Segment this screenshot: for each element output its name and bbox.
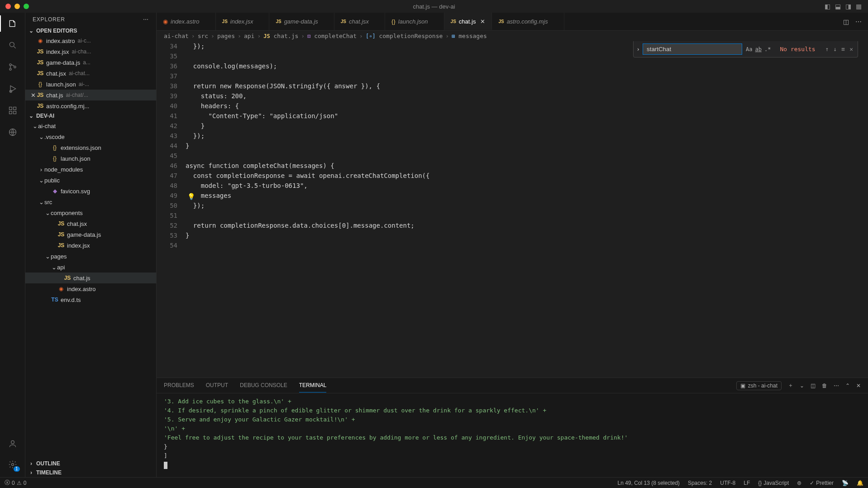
open-editor-item[interactable]: JSchat.jsxai-chat... [25, 68, 156, 79]
status-copilot-icon[interactable]: ⊚ [797, 480, 801, 486]
toggle-panel-left-icon[interactable]: ◧ [825, 3, 830, 10]
file-item[interactable]: JSindex.jsx [25, 240, 156, 251]
status-bell-icon[interactable]: 🔔 [857, 480, 863, 486]
find-input[interactable] [643, 43, 742, 55]
folder-item[interactable]: ⌄pages [25, 251, 156, 262]
terminal-selector[interactable]: ▣ zsh - ai-chat [736, 381, 782, 390]
code-editor[interactable]: › Aa ab .* No results ↑ ↓ ≡ ✕ 3435363738… [157, 41, 868, 378]
find-case-icon[interactable]: Aa [746, 46, 752, 53]
file-item[interactable]: TSenv.d.ts [25, 294, 156, 305]
status-cursor-pos[interactable]: Ln 49, Col 13 (8 selected) [617, 480, 679, 486]
find-selection-icon[interactable]: ≡ [841, 46, 845, 53]
breadcrumb-segment[interactable]: ⊡ completeChat [307, 33, 357, 39]
open-editor-item[interactable]: {}launch.jsonai-... [25, 79, 156, 90]
code-line[interactable] [186, 240, 868, 250]
terminal-split-down-icon[interactable]: ⌄ [800, 383, 804, 389]
breadcrumb-segment[interactable]: JS chat.js [263, 33, 298, 39]
customize-layout-icon[interactable]: ▦ [856, 3, 862, 10]
open-editor-item[interactable]: ✕JSchat.jsai-chat/... [25, 90, 156, 100]
status-encoding[interactable]: UTF-8 [720, 480, 735, 486]
tab-more-icon[interactable]: ⋯ [855, 18, 862, 25]
activity-scm-icon[interactable] [6, 61, 19, 73]
code-line[interactable]: headers: { [186, 101, 868, 111]
breadcrumb-segment[interactable]: pages [217, 33, 235, 39]
code-line[interactable]: }); [186, 131, 868, 141]
toggle-panel-bottom-icon[interactable]: ⬓ [835, 3, 841, 10]
fullscreen-window-button[interactable] [24, 4, 29, 9]
file-item[interactable]: JSchat.jsx [25, 218, 156, 229]
code-line[interactable] [186, 211, 868, 220]
breadcrumb-segment[interactable]: src [198, 33, 208, 39]
terminal-kill-icon[interactable]: 🗑 [822, 383, 827, 389]
activity-remote-icon[interactable] [6, 126, 19, 139]
panel-maximize-icon[interactable]: ⌃ [845, 383, 850, 389]
panel-tab-output[interactable]: OUTPUT [206, 378, 228, 392]
code-line[interactable]: return completionResponse.data.choices[0… [186, 220, 868, 230]
breadcrumb-segment[interactable]: ⊞ messages [452, 33, 487, 39]
status-prettier[interactable]: ✓Prettier [810, 480, 834, 486]
lightbulb-icon[interactable]: 💡 [187, 191, 195, 201]
code-line[interactable]: console.log(messages); [186, 61, 868, 71]
terminal-more-icon[interactable]: ⋯ [834, 383, 839, 389]
folder-item[interactable]: ⌄api [25, 262, 156, 273]
code-line[interactable]: const completionResponse = await openai.… [186, 171, 868, 181]
activity-extensions-icon[interactable] [6, 104, 19, 117]
editor-tab[interactable]: {}launch.json✕ [385, 13, 444, 30]
activity-settings-icon[interactable]: 1 [6, 458, 19, 471]
code-line[interactable]: }); [186, 201, 868, 211]
code-line[interactable]: "Content-Type": "application/json" [186, 111, 868, 121]
code-line[interactable] [186, 71, 868, 81]
panel-close-icon[interactable]: ✕ [856, 383, 861, 389]
status-errors[interactable]: ⓧ0 ⚠0 [5, 479, 26, 487]
open-editor-item[interactable]: ◉index.astroai-c... [25, 35, 156, 46]
code-line[interactable]: async function completeChat(messages) { [186, 161, 868, 171]
project-root-section[interactable]: ⌄ DEV-AI [25, 111, 156, 120]
folder-item[interactable]: ⌄ai-chat [25, 120, 156, 131]
activity-account-icon[interactable] [6, 437, 19, 450]
status-feedback-icon[interactable]: 📡 [842, 480, 849, 486]
code-line[interactable]: } [186, 230, 868, 240]
editor-tab[interactable]: JSgame-data.js✕ [269, 13, 334, 30]
open-editor-item[interactable]: JSindex.jsxai-cha... [25, 46, 156, 57]
panel-tab-debug-console[interactable]: DEBUG CONSOLE [240, 378, 287, 392]
open-editor-item[interactable]: JSastro.config.mj... [25, 100, 156, 111]
status-indent[interactable]: Spaces: 2 [688, 480, 712, 486]
close-icon[interactable]: ✕ [480, 18, 485, 25]
close-window-button[interactable] [5, 4, 11, 9]
activity-run-debug-icon[interactable] [6, 82, 19, 95]
minimize-window-button[interactable] [14, 4, 20, 9]
file-item[interactable]: JSgame-data.js [25, 229, 156, 240]
find-close-icon[interactable]: ✕ [849, 46, 853, 53]
file-item[interactable]: ◆favicon.svg [25, 186, 156, 196]
find-regex-icon[interactable]: .* [764, 46, 771, 53]
open-editor-item[interactable]: JSgame-data.jsa... [25, 57, 156, 68]
activity-explorer-icon[interactable] [6, 17, 19, 30]
folder-item[interactable]: ⌄.vscode [25, 131, 156, 142]
status-eol[interactable]: LF [744, 480, 750, 486]
breadcrumb-segment[interactable]: ai-chat [164, 33, 189, 39]
folder-item[interactable]: ›node_modules [25, 164, 156, 175]
find-next-icon[interactable]: ↓ [834, 46, 837, 53]
code-line[interactable]: return new Response(JSON.stringify({ ans… [186, 81, 868, 91]
editor-tab[interactable]: JSastro.config.mjs✕ [492, 13, 564, 30]
editor-tab[interactable]: ◉index.astro✕ [157, 13, 216, 30]
file-item[interactable]: JSchat.js [25, 273, 156, 283]
terminal-new-icon[interactable]: ＋ [788, 382, 793, 389]
terminal-split-icon[interactable]: ◫ [811, 383, 816, 389]
editor-tab[interactable]: JSindex.jsx✕ [216, 13, 270, 30]
code-line[interactable]: model: "gpt-3.5-turbo-0613", [186, 181, 868, 191]
breadcrumb-segment[interactable]: [∘] completionResponse [366, 33, 443, 39]
find-word-icon[interactable]: ab [755, 46, 762, 53]
code-line[interactable]: messages [186, 191, 868, 201]
breadcrumb-segment[interactable]: api [244, 33, 254, 39]
folder-item[interactable]: ⌄src [25, 196, 156, 207]
editor-tab[interactable]: JSchat.jsx✕ [334, 13, 385, 30]
close-icon[interactable]: ✕ [30, 92, 36, 99]
panel-tab-problems[interactable]: PROBLEMS [164, 378, 194, 392]
status-language[interactable]: {}JavaScript [758, 480, 789, 486]
folder-item[interactable]: ⌄components [25, 207, 156, 218]
code-line[interactable]: status: 200, [186, 91, 868, 101]
code-line[interactable]: } [186, 121, 868, 131]
timeline-section[interactable]: › TIMELINE [25, 468, 156, 477]
find-expand-icon[interactable]: › [634, 46, 643, 53]
